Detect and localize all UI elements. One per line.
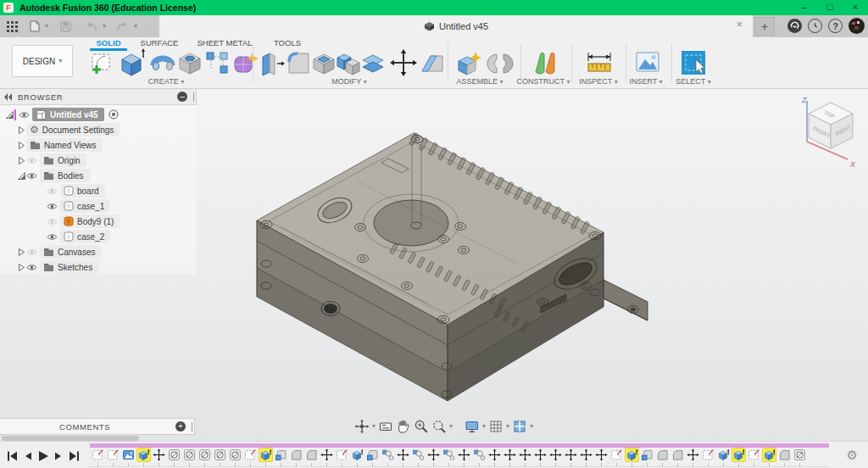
timeline-op-press-pull[interactable]	[273, 448, 288, 466]
document-tab[interactable]: Untitled v45 ×	[159, 15, 753, 37]
timeline-op-sketch[interactable]	[746, 448, 761, 466]
timeline-op-hole[interactable]	[792, 448, 807, 466]
step-forward-icon[interactable]	[53, 450, 64, 462]
visibility-eye-icon[interactable]	[26, 157, 37, 164]
redo-icon[interactable]	[116, 21, 129, 31]
timeline-op-extrude-highlighted[interactable]	[136, 448, 151, 466]
expander-icon[interactable]	[5, 111, 14, 119]
step-back-icon[interactable]	[23, 450, 33, 462]
timeline-op-hole[interactable]	[166, 448, 181, 466]
timeline-op-move[interactable]	[151, 448, 166, 466]
node-pill[interactable]: case_1	[60, 199, 110, 213]
timeline-op-fillet[interactable]	[654, 448, 670, 466]
user-avatar[interactable]	[849, 18, 865, 34]
construction-plane-icon[interactable]	[531, 49, 558, 76]
timeline-op-move[interactable]	[395, 448, 410, 466]
browser-display-toggle-icon[interactable]: –	[177, 92, 187, 102]
group-label-create[interactable]: CREATE ▾	[148, 77, 184, 86]
node-pill[interactable]: case_2	[60, 230, 110, 243]
browser-resize-grip[interactable]	[193, 92, 194, 102]
timeline-op-fillet[interactable]	[303, 448, 319, 466]
fit-window-zoom-icon[interactable]	[431, 419, 447, 434]
app-grid-icon[interactable]	[7, 21, 18, 32]
create-sketch-icon[interactable]	[88, 49, 115, 76]
browser-node-body9-1[interactable]: Body9 (1)	[0, 214, 197, 229]
timeline-op-move[interactable]	[593, 448, 609, 466]
redo-caret-icon[interactable]: ▾	[134, 23, 137, 30]
orbit-icon[interactable]	[354, 419, 370, 434]
design-workspace-menu[interactable]: DESIGN ▾	[12, 45, 73, 77]
revolve-icon[interactable]	[149, 49, 176, 76]
timeline-op-move[interactable]	[563, 448, 578, 466]
visibility-eye-icon[interactable]	[47, 218, 58, 226]
timeline-op-extrude[interactable]	[715, 448, 731, 466]
timeline-op-hole[interactable]	[212, 448, 227, 466]
orbit-caret-icon[interactable]: ▾	[372, 423, 376, 430]
timeline-op-move[interactable]	[532, 448, 548, 466]
file-menu-icon[interactable]	[30, 20, 40, 32]
timeline-op-move[interactable]	[685, 448, 700, 466]
browser-node-bodies[interactable]: Bodies	[0, 168, 197, 183]
extrude-icon[interactable]	[117, 47, 146, 78]
job-status-clock-icon[interactable]	[808, 19, 822, 33]
viewport-canvas[interactable]: Z X TOP FRONT RIGHT BROWSER – Untitled v…	[0, 89, 868, 441]
timeline-op-fillet[interactable]	[288, 448, 303, 466]
file-menu-caret-icon[interactable]: ▾	[45, 23, 48, 30]
select-icon[interactable]	[680, 49, 707, 76]
tab-close-icon[interactable]: ×	[736, 19, 743, 30]
new-tab-button[interactable]: +	[754, 17, 775, 36]
timeline-op-press-pull[interactable]	[639, 448, 654, 466]
play-icon[interactable]	[37, 450, 49, 462]
close-button[interactable]: ×	[843, 0, 868, 15]
node-pill[interactable]: ⚙Document Settings	[26, 123, 120, 136]
zoom-icon[interactable]	[414, 419, 429, 434]
timeline-op-hole[interactable]	[181, 448, 197, 466]
viewports-icon[interactable]	[512, 419, 527, 434]
activate-component-radio[interactable]	[108, 109, 119, 120]
timeline-op-move[interactable]	[487, 448, 502, 466]
group-label-assemble[interactable]: ASSEMBLE ▾	[456, 77, 503, 86]
timeline-op-fillet[interactable]	[776, 448, 792, 466]
timeline-op-extrude-highlighted[interactable]	[731, 448, 746, 466]
comments-panel[interactable]: COMMENTS +	[0, 418, 195, 435]
node-pill[interactable]: Origin	[40, 153, 86, 167]
node-pill[interactable]: Untitled v45	[32, 108, 104, 121]
view-cube[interactable]: Z X TOP FRONT RIGHT	[787, 92, 863, 170]
insert-image-icon[interactable]	[634, 49, 661, 75]
timeline-op-move[interactable]	[548, 448, 563, 466]
expander-icon[interactable]	[17, 172, 26, 180]
timeline-marker-bar[interactable]	[90, 443, 829, 448]
timeline-op-component[interactable]	[410, 448, 426, 466]
chamfer-icon[interactable]	[419, 49, 446, 76]
grid-caret-icon[interactable]: ▾	[506, 423, 509, 430]
group-label-construct[interactable]: CONSTRUCT ▾	[517, 77, 570, 86]
timeline-op-move[interactable]	[502, 448, 517, 466]
visibility-eye-icon[interactable]	[26, 264, 37, 271]
look-at-icon[interactable]	[378, 419, 393, 434]
press-pull-icon[interactable]	[258, 49, 285, 76]
timeline-op-move[interactable]	[578, 448, 593, 466]
timeline-op-canvas[interactable]	[120, 448, 136, 466]
timeline-op-extrude-highlighted[interactable]	[624, 448, 639, 466]
browser-node-board[interactable]: board	[0, 183, 197, 198]
browser-node-origin[interactable]: Origin	[0, 153, 197, 168]
group-label-inspect[interactable]: INSPECT ▾	[579, 77, 617, 86]
skip-to-end-icon[interactable]	[68, 450, 80, 462]
display-caret-icon[interactable]: ▾	[482, 423, 486, 430]
tab-tools[interactable]: TOOLS	[270, 38, 305, 49]
fillet-icon[interactable]	[285, 49, 312, 76]
minimize-button[interactable]: –	[792, 0, 817, 15]
help-icon[interactable]: ?	[828, 19, 843, 33]
timeline-op-move[interactable]	[426, 448, 441, 466]
browser-node-case-2[interactable]: case_2	[0, 229, 197, 244]
comments-resize-grip[interactable]	[192, 422, 192, 432]
group-label-modify[interactable]: MODIFY ▾	[331, 77, 366, 86]
timeline-op-press-pull[interactable]	[364, 448, 380, 466]
layout-grid-icon[interactable]	[488, 419, 504, 434]
expander-icon[interactable]	[17, 157, 26, 164]
visibility-eye-icon[interactable]	[47, 233, 58, 241]
visibility-eye-icon[interactable]	[47, 187, 58, 195]
combine-icon[interactable]	[334, 49, 361, 76]
maximize-button[interactable]: □	[817, 0, 843, 15]
visibility-eye-icon[interactable]	[47, 203, 58, 210]
